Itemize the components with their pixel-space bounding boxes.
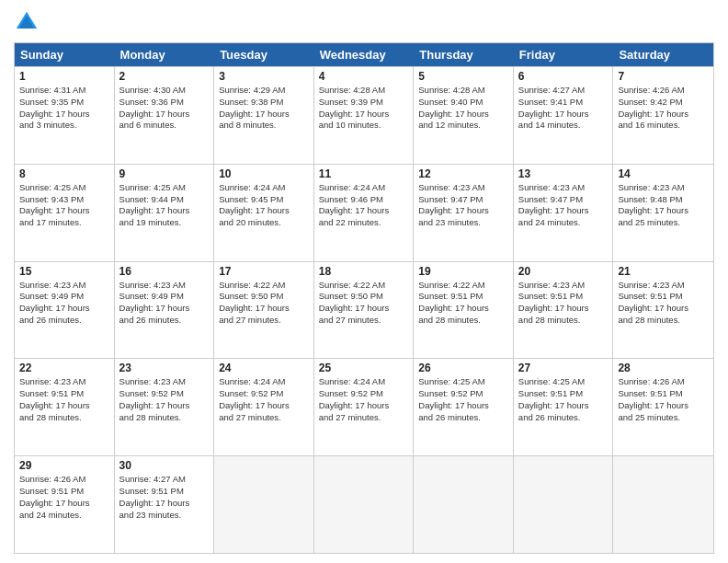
cell-line: Daylight: 17 hours [618,109,709,121]
cell-line: Sunset: 9:51 PM [19,486,109,498]
day-number: 24 [219,362,309,374]
cell-line: Sunrise: 4:23 AM [19,280,109,292]
cal-cell: 27Sunrise: 4:25 AMSunset: 9:51 PMDayligh… [514,359,614,455]
day-number: 22 [19,362,109,374]
cell-line: Daylight: 17 hours [119,400,210,412]
cell-line: Daylight: 17 hours [119,303,210,315]
cell-line: Daylight: 17 hours [418,303,508,315]
cal-cell: 11Sunrise: 4:24 AMSunset: 9:46 PMDayligh… [314,165,415,261]
cell-line: Sunset: 9:52 PM [119,388,210,400]
cell-line: Sunrise: 4:23 AM [518,280,609,292]
cell-line: Sunset: 9:52 PM [319,388,409,400]
cell-line: Sunset: 9:51 PM [119,486,210,498]
cell-line: Sunset: 9:52 PM [219,388,309,400]
cell-line: Sunrise: 4:28 AM [418,85,508,97]
cell-line: and 24 minutes. [518,217,609,229]
day-number: 2 [119,70,210,83]
day-number: 17 [219,265,309,278]
cell-line: Sunrise: 4:23 AM [418,182,508,194]
cell-line: Daylight: 17 hours [418,205,508,217]
cell-line: Sunrise: 4:23 AM [119,280,210,292]
cell-line: Sunrise: 4:25 AM [119,182,210,194]
cell-line: and 24 minutes. [19,510,109,522]
cal-cell [314,456,415,553]
logo-icon [14,9,40,35]
page: SundayMondayTuesdayWednesdayThursdayFrid… [0,0,728,563]
cell-line: Daylight: 17 hours [19,109,109,121]
cell-line: Sunset: 9:45 PM [219,194,309,206]
day-number: 15 [19,265,109,278]
cell-line: Sunset: 9:39 PM [319,97,409,109]
day-number: 8 [19,167,109,180]
cell-line: and 12 minutes. [418,120,508,132]
cell-line: Sunset: 9:40 PM [418,97,508,109]
cell-line: and 27 minutes. [219,412,309,424]
cell-line: Sunset: 9:42 PM [618,97,709,109]
cal-row: 15Sunrise: 4:23 AMSunset: 9:49 PMDayligh… [15,261,713,359]
cal-row: 22Sunrise: 4:23 AMSunset: 9:51 PMDayligh… [15,358,713,455]
day-number: 18 [319,265,409,278]
cell-line: Daylight: 17 hours [518,205,609,217]
day-number: 26 [418,362,508,374]
cell-line: Sunset: 9:47 PM [418,194,508,206]
cell-line: Sunset: 9:41 PM [518,97,609,109]
cell-line: and 22 minutes. [319,217,409,229]
cell-line: Sunset: 9:46 PM [319,194,409,206]
cell-line: Sunrise: 4:23 AM [119,376,210,388]
day-number: 28 [618,362,709,374]
cal-cell: 20Sunrise: 4:23 AMSunset: 9:51 PMDayligh… [514,262,614,359]
cal-cell: 16Sunrise: 4:23 AMSunset: 9:49 PMDayligh… [115,262,215,359]
cal-header-cell: Saturday [613,43,713,66]
cell-line: and 8 minutes. [219,120,309,132]
cell-line: Sunset: 9:52 PM [418,388,508,400]
cell-line: and 6 minutes. [119,120,210,132]
cell-line: Sunset: 9:36 PM [119,97,210,109]
cell-line: and 20 minutes. [219,217,309,229]
cal-header-cell: Monday [115,43,215,66]
cell-line: Sunset: 9:51 PM [518,388,609,400]
cal-cell: 13Sunrise: 4:23 AMSunset: 9:47 PMDayligh… [514,165,614,261]
cell-line: Sunrise: 4:26 AM [618,376,709,388]
cal-header-cell: Tuesday [214,43,314,66]
cell-line: Daylight: 17 hours [319,303,409,315]
cal-cell: 3Sunrise: 4:29 AMSunset: 9:38 PMDaylight… [214,67,314,164]
cell-line: Sunrise: 4:23 AM [19,376,109,388]
day-number: 6 [518,70,609,83]
cell-line: Sunrise: 4:28 AM [319,85,409,97]
cell-line: Sunset: 9:51 PM [618,388,709,400]
cal-row: 8Sunrise: 4:25 AMSunset: 9:43 PMDaylight… [15,164,713,261]
cell-line: Daylight: 17 hours [219,109,309,121]
cell-line: and 27 minutes. [319,315,409,327]
cal-cell: 28Sunrise: 4:26 AMSunset: 9:51 PMDayligh… [613,359,713,455]
cell-line: Daylight: 17 hours [518,303,609,315]
cell-line: Daylight: 17 hours [219,400,309,412]
calendar-body: 1Sunrise: 4:31 AMSunset: 9:35 PMDaylight… [15,66,713,553]
day-number: 13 [518,167,609,180]
cell-line: Sunset: 9:51 PM [518,291,609,303]
day-number: 5 [418,70,508,83]
cal-cell: 29Sunrise: 4:26 AMSunset: 9:51 PMDayligh… [15,456,115,553]
cell-line: Sunset: 9:35 PM [19,97,109,109]
cell-line: Sunrise: 4:25 AM [518,376,609,388]
cal-cell [514,456,614,553]
cell-line: Sunrise: 4:23 AM [618,182,709,194]
cell-line: Sunset: 9:51 PM [618,291,709,303]
day-number: 23 [119,362,210,374]
cell-line: Sunrise: 4:24 AM [319,376,409,388]
cell-line: and 28 minutes. [518,315,609,327]
cell-line: Sunrise: 4:27 AM [119,474,210,486]
cell-line: and 28 minutes. [119,412,210,424]
cell-line: Daylight: 17 hours [219,205,309,217]
cal-cell: 24Sunrise: 4:24 AMSunset: 9:52 PMDayligh… [214,359,314,455]
cell-line: and 25 minutes. [618,217,709,229]
day-number: 9 [119,167,210,180]
cal-cell: 22Sunrise: 4:23 AMSunset: 9:51 PMDayligh… [15,359,115,455]
day-number: 10 [219,167,309,180]
cell-line: Sunset: 9:48 PM [618,194,709,206]
cal-cell: 26Sunrise: 4:25 AMSunset: 9:52 PMDayligh… [414,359,514,455]
cal-cell: 6Sunrise: 4:27 AMSunset: 9:41 PMDaylight… [514,67,614,164]
cal-cell: 15Sunrise: 4:23 AMSunset: 9:49 PMDayligh… [15,262,115,359]
day-number: 11 [319,167,409,180]
cal-cell [414,456,514,553]
cell-line: and 27 minutes. [219,315,309,327]
